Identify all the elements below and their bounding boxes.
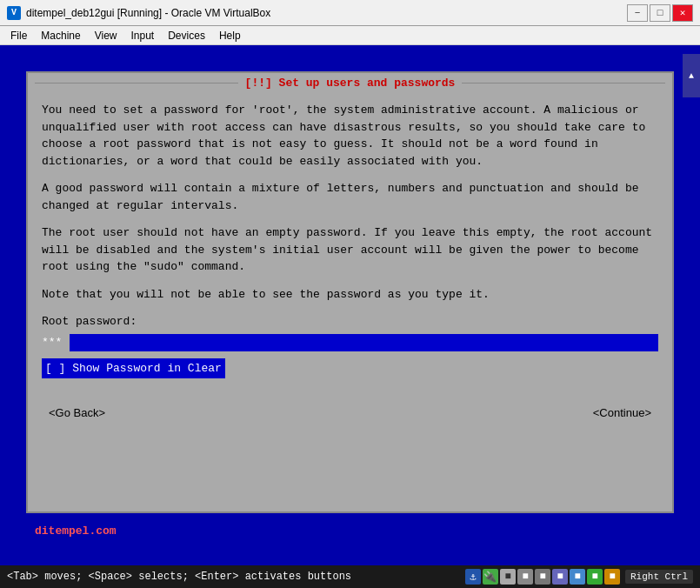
app-icon: V	[7, 6, 21, 20]
right-ctrl-label: Right Ctrl	[625, 570, 693, 584]
show-password-checkbox[interactable]: [ ] Show Password in Clear	[42, 358, 225, 379]
menu-file[interactable]: File	[3, 28, 34, 43]
icon-6: ■	[552, 569, 568, 585]
menu-view[interactable]: View	[88, 28, 124, 43]
icon-5: ■	[535, 569, 550, 585]
menu-input[interactable]: Input	[124, 28, 162, 43]
titlebar: V ditempel_deb12gui [Running] - Oracle V…	[0, 0, 700, 26]
icon-8: ■	[587, 569, 603, 585]
window-controls: − □ ✕	[627, 4, 693, 22]
menu-help[interactable]: Help	[212, 28, 248, 43]
vm-display: ▲ [!!] Set up users and passwords You ne…	[0, 45, 700, 565]
continue-button[interactable]: <Continue>	[586, 404, 658, 421]
statusbar: <Tab> moves; <Space> selects; <Enter> ac…	[0, 565, 700, 588]
watermark: ditempel.com	[35, 525, 117, 538]
side-panel-icon[interactable]: ▲	[683, 54, 700, 97]
title-line-right	[462, 83, 665, 84]
title-line-left	[35, 83, 238, 84]
window-title: ditempel_deb12gui [Running] - Oracle VM …	[26, 7, 627, 19]
icon-4: ■	[517, 569, 533, 585]
close-button[interactable]: ✕	[672, 4, 693, 22]
icon-1: ⚓	[465, 569, 481, 585]
dialog-title: [!!] Set up users and passwords	[245, 77, 456, 90]
password-mask: ***	[42, 334, 68, 351]
minimize-button[interactable]: −	[627, 4, 648, 22]
dialog-body: You need to set a password for 'root', t…	[28, 93, 672, 394]
icon-2: 🔌	[483, 569, 498, 585]
icon-7: ■	[570, 569, 585, 585]
menubar: File Machine View Input Devices Help	[0, 26, 700, 45]
password-input[interactable]	[70, 334, 658, 351]
body-paragraph-4: Note that you will not be able to see th…	[42, 286, 658, 304]
go-back-button[interactable]: <Go Back>	[42, 404, 112, 421]
password-row: ***	[42, 334, 658, 351]
menu-devices[interactable]: Devices	[161, 28, 212, 43]
maximize-button[interactable]: □	[650, 4, 670, 22]
dialog-titlebar: [!!] Set up users and passwords	[28, 73, 672, 93]
body-paragraph-2: A good password will contain a mixture o…	[42, 180, 658, 214]
password-label: Root password:	[42, 313, 658, 331]
icon-3: ■	[500, 569, 516, 585]
keyboard-hint: <Tab> moves; <Space> selects; <Enter> ac…	[7, 571, 351, 583]
dialog-buttons: <Go Back> <Continue>	[28, 398, 672, 428]
icon-9: ■	[604, 569, 620, 585]
menu-machine[interactable]: Machine	[34, 28, 87, 43]
taskbar-right: ⚓ 🔌 ■ ■ ■ ■ ■ ■ ■ Right Ctrl	[465, 569, 693, 585]
setup-dialog: [!!] Set up users and passwords You need…	[26, 71, 674, 513]
body-paragraph-1: You need to set a password for 'root', t…	[42, 102, 658, 170]
show-password-label: [ ] Show Password in Clear	[45, 360, 222, 378]
body-paragraph-3: The root user should not have an empty p…	[42, 224, 658, 276]
